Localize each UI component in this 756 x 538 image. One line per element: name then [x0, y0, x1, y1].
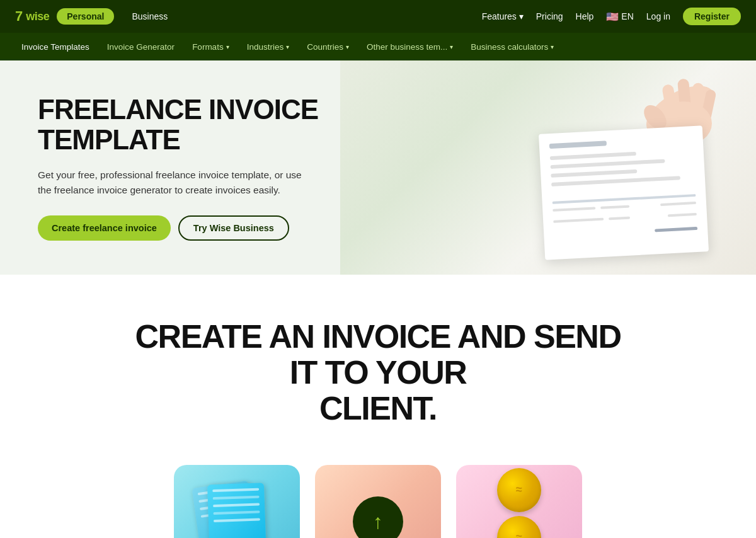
sub-navigation: Invoice Templates Invoice Generator Form…: [0, 33, 756, 60]
hero-image: [340, 60, 756, 275]
subnav-formats[interactable]: Formats ▾: [186, 33, 236, 60]
invoice-illustration: [539, 125, 709, 260]
hero-content: FREELANCE INVOICE TEMPLATE Get your free…: [0, 63, 356, 273]
section2-title: CREATE AN INVOICE AND SEND IT TO YOUR CL…: [126, 319, 630, 427]
wise-logo[interactable]: 7 wise: [15, 8, 49, 25]
logo-text: wise: [26, 10, 49, 23]
card-upload: ↑: [315, 465, 441, 538]
business-tab-button[interactable]: Business: [122, 8, 178, 25]
chevron-down-icon: ▾: [286, 43, 289, 50]
hero-section: FREELANCE INVOICE TEMPLATE Get your free…: [0, 60, 756, 275]
upload-circle: ↑: [353, 496, 403, 538]
subnav-invoice-templates[interactable]: Invoice Templates: [15, 33, 96, 60]
help-link[interactable]: Help: [576, 11, 594, 21]
top-navigation: 7 wise Personal Business Features ▾ Pric…: [0, 0, 756, 33]
login-link[interactable]: Log in: [646, 11, 670, 21]
logo-symbol: 7: [15, 8, 22, 25]
features-link[interactable]: Features ▾: [482, 11, 524, 21]
coin-top: ≈: [497, 468, 541, 512]
hero-description: Get your free, professional freelance in…: [38, 168, 315, 198]
doc-card-front: [207, 483, 266, 538]
language-selector[interactable]: 🇺🇸 EN: [606, 11, 633, 23]
pricing-link[interactable]: Pricing: [536, 11, 563, 21]
create-invoice-button[interactable]: Create freelance invoice: [38, 215, 171, 241]
personal-tab-button[interactable]: Personal: [57, 8, 114, 25]
subnav-business-calculators[interactable]: Business calculators ▾: [464, 33, 560, 60]
subnav-other-templates[interactable]: Other business tem... ▾: [360, 33, 459, 60]
coin-symbol: ≈: [516, 483, 522, 496]
subnav-countries[interactable]: Countries ▾: [301, 33, 355, 60]
hero-buttons: Create freelance invoice Try Wise Busine…: [38, 215, 318, 241]
card-document: [174, 465, 300, 538]
cards-row: ↑ ≈ ≈: [63, 465, 693, 538]
subnav-industries[interactable]: Industries ▾: [241, 33, 296, 60]
coins-illustration: ≈ ≈: [494, 468, 544, 538]
upload-arrow-icon: ↑: [373, 512, 383, 532]
top-nav-left: 7 wise Personal Business: [15, 8, 178, 25]
chevron-down-icon: ▾: [450, 43, 453, 50]
chevron-down-icon: ▾: [226, 43, 229, 50]
chevron-down-icon: ▾: [346, 43, 349, 50]
try-wise-business-button[interactable]: Try Wise Business: [178, 215, 289, 241]
flag-icon: 🇺🇸: [606, 11, 619, 23]
section2: CREATE AN INVOICE AND SEND IT TO YOUR CL…: [0, 275, 756, 538]
hero-title: FREELANCE INVOICE TEMPLATE: [38, 94, 318, 156]
top-nav-right: Features ▾ Pricing Help 🇺🇸 EN Log in Reg…: [482, 8, 741, 25]
coin-symbol-2: ≈: [516, 531, 522, 538]
chevron-down-icon: ▾: [551, 43, 554, 50]
hero-illustration: [340, 60, 756, 275]
register-button[interactable]: Register: [683, 8, 741, 25]
subnav-invoice-generator[interactable]: Invoice Generator: [101, 33, 181, 60]
lang-code: EN: [621, 11, 633, 21]
document-stack-illustration: [199, 481, 275, 538]
coin-bottom: ≈: [497, 516, 541, 538]
card-coins: ≈ ≈: [456, 465, 582, 538]
